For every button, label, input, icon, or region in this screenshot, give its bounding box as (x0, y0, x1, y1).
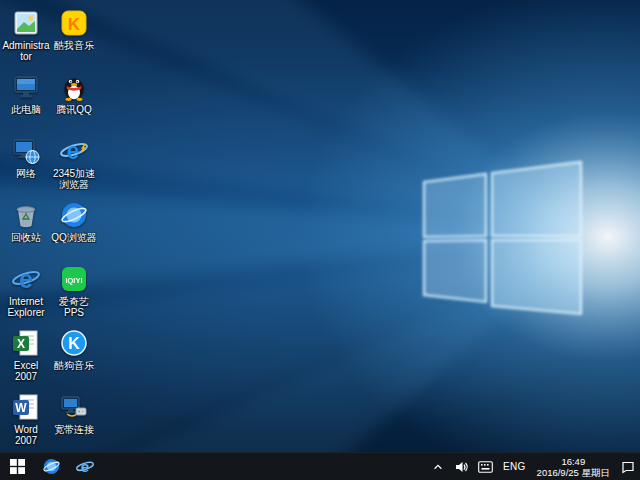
desktop-icon-this-pc[interactable]: 此电脑 (2, 70, 50, 134)
icon-label: 酷狗音乐 (54, 360, 94, 371)
windows-logo-icon (10, 459, 25, 474)
desktop-icon-2345-browser[interactable]: e 2345加速浏览器 (50, 134, 98, 198)
icon-label: Administrator (2, 40, 50, 62)
taskbar-icon-internet-explorer[interactable]: e (68, 453, 102, 480)
desktop-icon-excel-2007[interactable]: X Excel 2007 (2, 326, 50, 390)
keyboard-icon (478, 461, 493, 473)
recycle-bin-icon (11, 200, 41, 230)
svg-text:e: e (81, 458, 90, 475)
speaker-icon (454, 460, 468, 474)
desktop-icon-internet-explorer[interactable]: e Internet Explorer (2, 262, 50, 326)
2345-browser-icon: e (59, 136, 89, 166)
kugou-music-icon: K (59, 328, 89, 358)
desktop-icon-recycle-bin[interactable]: 回收站 (2, 198, 50, 262)
computer-icon (11, 72, 41, 102)
start-button[interactable] (0, 453, 34, 480)
svg-text:W: W (15, 401, 27, 415)
tray-volume-button[interactable] (449, 453, 473, 480)
qq-browser-icon (42, 457, 61, 476)
icon-label: Word 2007 (2, 424, 50, 446)
tray-ime-button[interactable] (473, 453, 498, 480)
svg-text:K: K (68, 15, 81, 34)
icon-label: Internet Explorer (2, 296, 50, 318)
icon-label: QQ浏览器 (51, 232, 97, 243)
kuwo-music-icon: K (59, 8, 89, 38)
internet-explorer-icon: e (75, 457, 95, 477)
tray-chevron-button[interactable] (427, 453, 449, 480)
network-icon (11, 136, 41, 166)
user-picture-icon (11, 8, 41, 38)
desktop-icon-tencent-qq[interactable]: 腾讯QQ (50, 70, 98, 134)
icon-label: 2345加速浏览器 (50, 168, 98, 190)
desktop-icon-iqiyi-pps[interactable]: iQIYI 爱奇艺PPS (50, 262, 98, 326)
clock-date: 2016/9/25 星期日 (537, 467, 610, 478)
qq-penguin-icon (59, 72, 89, 102)
desktop-icon-word-2007[interactable]: W Word 2007 (2, 390, 50, 454)
desktop-icon-broadband-connection[interactable]: 宽带连接 (50, 390, 98, 454)
windows-desktop: { "desktop": { "icons": [ {"id":"adminis… (0, 0, 640, 480)
icon-label: Excel 2007 (2, 360, 50, 382)
word-icon: W (11, 392, 41, 422)
system-tray: ENG 16:49 2016/9/25 星期日 (427, 453, 640, 480)
icon-label: 腾讯QQ (56, 104, 92, 115)
svg-text:iQIYI: iQIYI (65, 276, 82, 285)
desktop-icon-kuwo-music[interactable]: K 酷我音乐 (50, 6, 98, 70)
icon-label: 酷我音乐 (54, 40, 94, 51)
excel-icon: X (11, 328, 41, 358)
desktop-icon-administrator[interactable]: Administrator (2, 6, 50, 70)
qq-browser-icon (59, 200, 89, 230)
clock-time: 16:49 (561, 456, 585, 467)
internet-explorer-icon: e (11, 264, 41, 294)
icon-label: 回收站 (11, 232, 41, 243)
desktop-icon-kugou-music[interactable]: K 酷狗音乐 (50, 326, 98, 390)
svg-text:K: K (68, 335, 80, 352)
svg-text:e: e (67, 138, 80, 164)
tray-language-indicator[interactable]: ENG (498, 453, 531, 480)
desktop-icon-network[interactable]: 网络 (2, 134, 50, 198)
icon-label: 宽带连接 (54, 424, 94, 435)
icon-label: 网络 (16, 168, 36, 179)
iqiyi-pps-icon: iQIYI (59, 264, 89, 294)
chevron-up-icon (432, 461, 444, 473)
icon-label: 爱奇艺PPS (50, 296, 98, 318)
action-center-button[interactable] (616, 453, 640, 480)
icon-label: 此电脑 (11, 104, 41, 115)
svg-text:e: e (19, 265, 33, 293)
action-center-icon (621, 460, 635, 474)
taskbar: e ENG 16:49 (0, 452, 640, 480)
broadband-connection-icon (59, 392, 89, 422)
desktop-icon-qq-browser[interactable]: QQ浏览器 (50, 198, 98, 262)
taskbar-icon-qq-browser[interactable] (34, 453, 68, 480)
tray-clock[interactable]: 16:49 2016/9/25 星期日 (531, 453, 616, 480)
svg-text:X: X (17, 337, 25, 351)
desktop-icon-grid: Administrator 此电脑 网络 (2, 6, 98, 454)
